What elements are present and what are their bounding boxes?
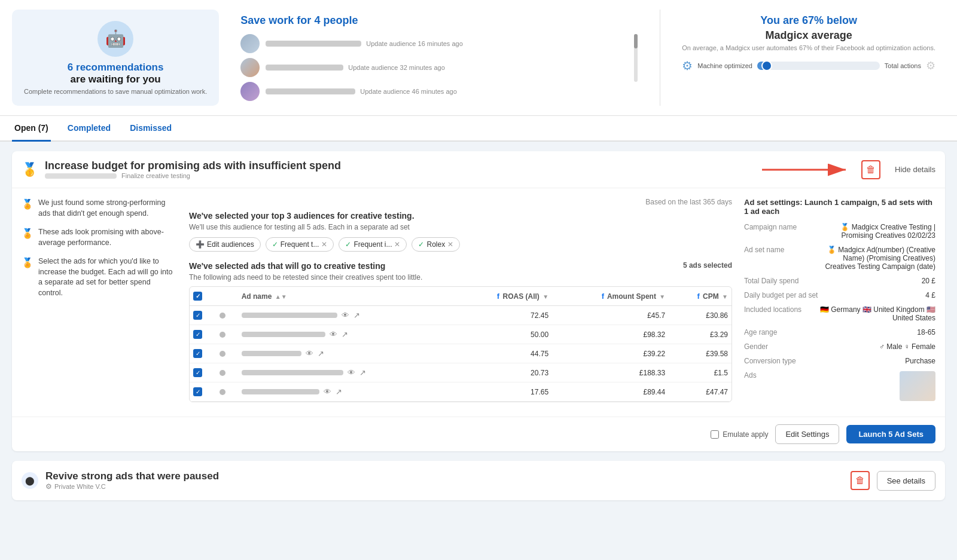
hide-details-button[interactable]: Hide details <box>895 165 935 174</box>
close-icon[interactable]: ✕ <box>321 240 327 249</box>
table-row: ✓ 👁 ↗ 20.73 £188.33 £1.5 <box>190 363 732 382</box>
close-icon[interactable]: ✕ <box>394 240 400 249</box>
tabs-bar: Open (7) Completed Dismissed <box>0 116 957 142</box>
setting-row-campaign: Campaign name 🏅 Madgicx Creative Testing… <box>744 223 935 240</box>
ads-table-container[interactable]: ✓ Ad name ▲▼ f ROAS (All) <box>189 286 732 402</box>
setting-label: Total Daily spend <box>744 277 798 285</box>
col-checkbox[interactable]: ✓ <box>190 287 216 306</box>
col-roas[interactable]: f ROAS (All) ▼ <box>455 287 552 306</box>
link-icon[interactable]: ↗ <box>342 330 348 339</box>
sort-icon: ▼ <box>722 293 728 300</box>
total-label: Total actions <box>885 62 921 69</box>
edit-audiences-tag[interactable]: ➕ Edit audiences <box>189 237 261 252</box>
roas-value: 17.65 <box>455 382 552 402</box>
bullet-icon-3: 🏅 <box>22 256 33 298</box>
avatar <box>240 82 260 101</box>
machine-label: Machine optimized <box>697 62 752 69</box>
audience-list: Update audience 16 minutes ago Update au… <box>240 34 602 101</box>
rec-1-footer: Emulate apply Edit Settings Launch 5 Ad … <box>12 417 945 451</box>
bullet-text-3: Select the ads for which you'd like to i… <box>38 256 177 298</box>
see-details-button[interactable]: See details <box>877 471 935 491</box>
row-checkbox[interactable]: ✓ <box>193 349 202 358</box>
settings-title: Ad set settings: Launch 1 campaign, 5 ad… <box>744 198 935 216</box>
recommendation-2-card: ⬤ Revive strong ads that were paused ⚙ P… <box>12 461 945 500</box>
cpm-value: £3.29 <box>669 325 732 344</box>
setting-label: Included locations <box>744 305 801 314</box>
arrow-indicator <box>762 158 858 182</box>
ad-name-blurred <box>242 313 337 318</box>
scroll-bar[interactable] <box>624 10 648 106</box>
setting-row-gender: Gender ♂ Male ♀ Female <box>744 342 935 351</box>
rec-1-center-panel: Based on the last 365 days We've selecte… <box>189 198 732 407</box>
roas-value: 50.00 <box>455 325 552 344</box>
ads-section-subtitle: The following ads need to be retested si… <box>189 273 732 281</box>
roas-value: 20.73 <box>455 363 552 382</box>
facebook-icon: f <box>697 292 699 301</box>
row-checkbox[interactable]: ✓ <box>193 387 202 396</box>
setting-row-daily-budget: Daily budget per ad set 4 £ <box>744 291 935 299</box>
blurred-name <box>266 41 361 47</box>
rec-1-title: Increase budget for promising ads with i… <box>45 160 854 172</box>
bullet-text-2: These ads look promising with above-aver… <box>38 227 177 248</box>
main-content: 🥇 Increase budget for promising ads with… <box>0 142 957 510</box>
delete-button[interactable]: 🗑 <box>861 160 880 179</box>
rec-1-header: 🥇 Increase budget for promising ads with… <box>12 151 945 188</box>
status-dot <box>220 370 225 376</box>
setting-value: 🏅 Madgicx Creative Testing | Promising C… <box>816 223 935 240</box>
progress-section: ⚙ Machine optimized Total actions ⚙ <box>682 59 935 73</box>
emulate-checkbox[interactable] <box>711 430 719 439</box>
audience-tag-3[interactable]: ✓ Rolex ✕ <box>412 237 460 252</box>
link-icon[interactable]: ↗ <box>353 311 360 320</box>
close-icon[interactable]: ✕ <box>447 240 453 249</box>
setting-row-adset: Ad set name 🏅 Madgicx Ad(number) (Creati… <box>744 246 935 271</box>
edit-settings-button[interactable]: Edit Settings <box>775 424 839 444</box>
check-icon: ✓ <box>345 240 351 249</box>
cpm-value: £30.86 <box>669 306 732 325</box>
select-all-checkbox[interactable]: ✓ <box>193 292 202 301</box>
check-icon: ✓ <box>272 240 278 249</box>
madgicx-title: You are 67% below <box>682 14 935 27</box>
row-checkbox[interactable]: ✓ <box>193 330 202 339</box>
setting-value: ♂ Male ♀ Female <box>879 342 935 351</box>
delete-button-2[interactable]: 🗑 <box>851 471 870 490</box>
rec-1-brand-blurred <box>45 173 117 179</box>
view-icon[interactable]: 👁 <box>306 349 313 358</box>
sort-icon: ▼ <box>542 293 548 300</box>
setting-label: Ads <box>744 371 757 380</box>
col-spent[interactable]: f Amount Spent ▼ <box>552 287 669 306</box>
tab-open[interactable]: Open (7) <box>12 116 51 142</box>
setting-row-daily-spend: Total Daily spend 20 £ <box>744 277 935 285</box>
save-work-section: Save work for 4 people Update audience 1… <box>231 10 612 106</box>
view-icon[interactable]: 👁 <box>348 368 355 377</box>
col-cpm[interactable]: f CPM ▼ <box>669 287 732 306</box>
view-icon[interactable]: 👁 <box>324 387 331 396</box>
list-item: Update audience 32 minutes ago <box>240 58 602 77</box>
spent-value: £45.7 <box>552 306 669 325</box>
rec-count: 6 <box>68 62 73 73</box>
ads-table: ✓ Ad name ▲▼ f ROAS (All) <box>190 287 732 402</box>
view-icon[interactable]: 👁 <box>342 311 349 320</box>
ad-thumbnail <box>900 371 935 401</box>
ad-name-blurred <box>242 332 325 337</box>
row-checkbox[interactable]: ✓ <box>193 368 202 377</box>
rec-1-left-panel: 🏅 We just found some strong-performing a… <box>22 198 177 407</box>
audience-tag-1[interactable]: ✓ Frequent t... ✕ <box>266 237 334 252</box>
cpm-value: £47.47 <box>669 382 732 402</box>
bullet-icon-1: 🏅 <box>22 198 33 219</box>
emulate-checkbox-label[interactable]: Emulate apply <box>711 430 768 439</box>
col-ad-name[interactable]: Ad name ▲▼ <box>238 287 455 306</box>
setting-value: 20 £ <box>922 277 935 285</box>
audience-tag-2[interactable]: ✓ Frequent i... ✕ <box>339 237 407 252</box>
setting-value: 18-65 <box>917 328 935 336</box>
setting-label: Age range <box>744 328 777 336</box>
rec-2-title: Revive strong ads that were paused <box>45 470 843 482</box>
launch-adsets-button[interactable]: Launch 5 Ad Sets <box>846 425 935 443</box>
view-icon[interactable]: 👁 <box>330 330 337 339</box>
link-icon[interactable]: ↗ <box>318 349 324 358</box>
link-icon[interactable]: ↗ <box>336 387 342 396</box>
tab-dismissed[interactable]: Dismissed <box>127 116 174 142</box>
link-icon[interactable]: ↗ <box>359 368 366 377</box>
tab-completed[interactable]: Completed <box>65 116 113 142</box>
spent-value: £39.22 <box>552 344 669 363</box>
row-checkbox[interactable]: ✓ <box>193 311 202 320</box>
